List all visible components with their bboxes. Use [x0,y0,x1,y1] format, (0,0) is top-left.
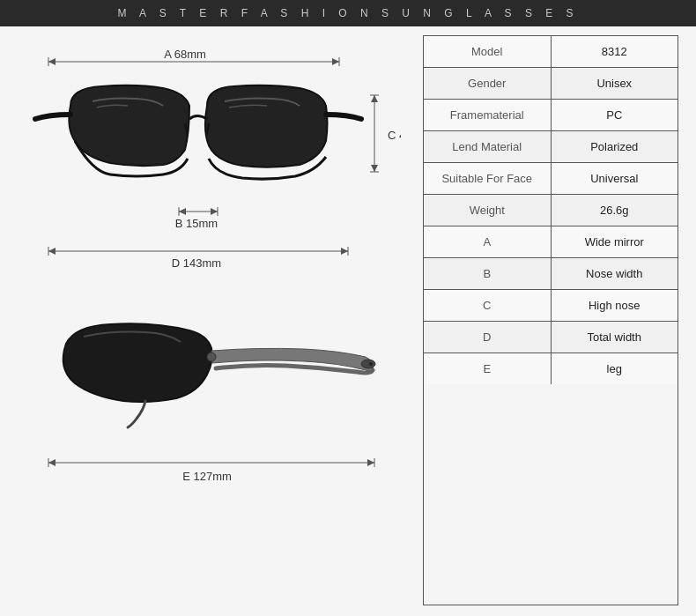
right-panel: Model8312GenderUnisexFramematerialPCLend… [423,35,678,605]
spec-label: Lend Material [424,131,551,163]
arm-tip [361,360,375,368]
spec-value: 8312 [551,36,677,68]
spec-row: DTotal width [424,322,677,353]
spec-row: AWide mirror [424,226,677,258]
arm-hole [369,362,373,366]
spec-row: Eleg [424,353,677,385]
spec-row: GenderUnisex [424,68,677,100]
spec-label: Weight [424,195,551,226]
hinge [207,353,216,361]
dim-b-label: B 15mm [175,217,218,230]
spec-label: C [424,290,551,322]
dim-a-label: A 68mm [164,48,206,61]
dim-d-label: D 143mm [172,256,221,270]
top-glasses-section: A 68mm [22,35,401,300]
left-lens [69,85,189,166]
svg-marker-22 [367,459,374,466]
nose-piece [128,401,145,427]
spec-label: Model [424,36,551,68]
spec-label: Framematerial [424,100,551,131]
spec-value: 26.6g [551,195,677,226]
spec-value: PC [551,100,677,131]
spec-label: D [424,322,551,353]
spec-value: Unisex [551,68,677,100]
spec-label: E [424,353,551,385]
spec-value: Wide mirror [551,226,677,258]
svg-marker-7 [211,208,218,215]
spec-label: A [424,226,551,258]
spec-value: High nose [551,290,677,322]
svg-marker-16 [371,95,378,102]
arrow-right-a [332,58,339,65]
spec-row: Lend MaterialPolarized [424,131,677,163]
bridge [189,116,207,120]
dim-e-label: E 127mm [182,470,232,483]
spec-row: BNose width [424,258,677,290]
bottom-glasses-svg: E 127mm [22,300,401,502]
top-glasses-svg: A 68mm [22,35,401,300]
svg-marker-6 [179,208,186,215]
spec-label: Gender [424,68,551,100]
spec-row: Weight26.6g [424,195,677,226]
header-bar: M A S T E R F A S H I O N S U N G L A S … [0,0,696,26]
left-arm [35,115,70,119]
spec-row: Model8312 [424,36,677,68]
spec-table: Model8312GenderUnisexFramematerialPCLend… [424,36,677,384]
spec-row: FramematerialPC [424,100,677,131]
spec-value: Universal [551,163,677,195]
spec-label: Suitable For Face [424,163,551,195]
dim-c-label: C 45mm [388,129,401,142]
spec-row: Suitable For FaceUniversal [424,163,677,195]
spec-value: Nose width [551,258,677,290]
spec-value: Total width [551,322,677,353]
spec-value: Polarized [551,131,677,163]
svg-marker-21 [48,459,56,466]
brand-title: M A S T E R F A S H I O N S U N G L A S … [117,7,578,19]
svg-marker-17 [371,165,378,172]
svg-marker-11 [48,248,56,255]
left-panel: A 68mm [18,35,405,605]
right-arm [326,115,361,119]
spec-row: CHigh nose [424,290,677,322]
bottom-glasses-section: E 127mm [22,300,401,502]
spec-label: B [424,258,551,290]
spec-value: leg [551,353,677,385]
svg-marker-12 [341,248,348,255]
arrow-left-a [48,58,56,65]
